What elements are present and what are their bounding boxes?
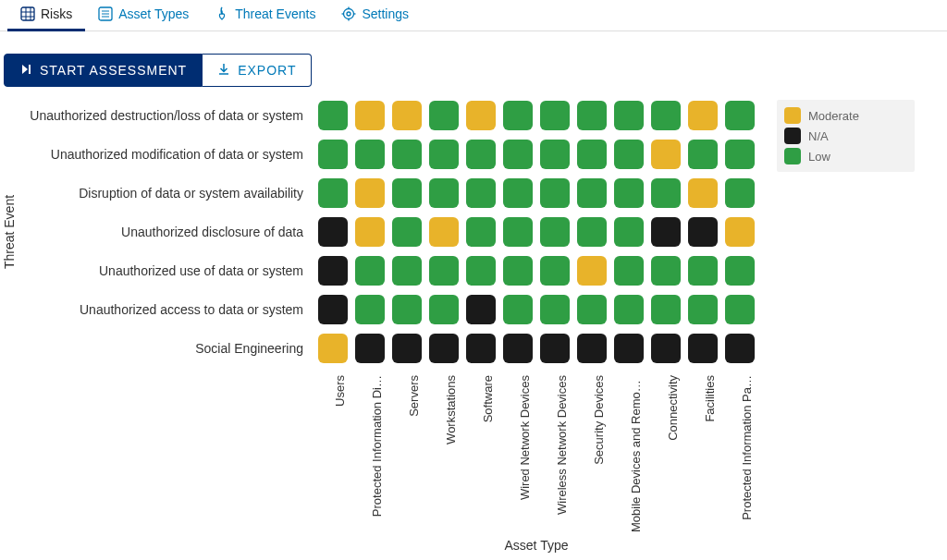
heatmap-cell[interactable] (462, 251, 499, 290)
tab-asset-types[interactable]: Asset Types (85, 0, 202, 31)
heatmap-cell[interactable] (721, 329, 758, 368)
heatmap-cell[interactable] (351, 174, 388, 213)
heatmap-cell[interactable] (536, 290, 573, 329)
heatmap-cell[interactable] (721, 135, 758, 174)
heatmap-cell[interactable] (425, 329, 462, 368)
heatmap-cell[interactable] (499, 135, 536, 174)
heatmap-cell[interactable] (351, 251, 388, 290)
heatmap-cell[interactable] (462, 135, 499, 174)
heatmap-cell[interactable] (314, 290, 351, 329)
heatmap-cell[interactable] (610, 251, 647, 290)
tab-bar: Risks Asset Types Threat Events Settings (0, 0, 947, 31)
heatmap-cell[interactable] (647, 329, 684, 368)
heatmap-cell[interactable] (425, 251, 462, 290)
heatmap-cell[interactable] (684, 135, 721, 174)
heatmap-cell[interactable] (721, 96, 758, 135)
row-label: Unauthorized destruction/loss of data or… (18, 108, 314, 123)
heatmap-cell[interactable] (536, 96, 573, 135)
heatmap-cell[interactable] (610, 96, 647, 135)
heatmap-cell[interactable] (462, 96, 499, 135)
heatmap-cell[interactable] (351, 329, 388, 368)
heatmap-cell[interactable] (536, 251, 573, 290)
heatmap-cell[interactable] (647, 174, 684, 213)
heatmap-cell[interactable] (536, 135, 573, 174)
heatmap-cell[interactable] (462, 329, 499, 368)
heatmap-cell[interactable] (721, 290, 758, 329)
heatmap-cell[interactable] (721, 251, 758, 290)
heatmap-cell[interactable] (573, 251, 610, 290)
heatmap-cell[interactable] (536, 213, 573, 251)
heatmap-cell[interactable] (536, 174, 573, 213)
heatmap-cell[interactable] (314, 213, 351, 251)
heatmap-cell[interactable] (314, 251, 351, 290)
heatmap-cell[interactable] (684, 290, 721, 329)
heatmap-cell[interactable] (684, 213, 721, 251)
heatmap-cell[interactable] (684, 251, 721, 290)
heatmap-cell[interactable] (721, 174, 758, 213)
heatmap-cell[interactable] (314, 96, 351, 135)
heatmap-cell[interactable] (647, 135, 684, 174)
heatmap-cell[interactable] (351, 213, 388, 251)
export-button[interactable]: EXPORT (203, 54, 312, 87)
heatmap-cell[interactable] (425, 290, 462, 329)
heatmap-cell[interactable] (684, 174, 721, 213)
heatmap-cell[interactable] (647, 290, 684, 329)
heatmap-cell[interactable] (573, 96, 610, 135)
heatmap-cell[interactable] (499, 96, 536, 135)
risk-swatch-na (725, 334, 755, 363)
heatmap-cell[interactable] (647, 213, 684, 251)
heatmap-cell[interactable] (388, 329, 425, 368)
heatmap-cell[interactable] (573, 329, 610, 368)
heatmap-cell[interactable] (388, 174, 425, 213)
heatmap-cell[interactable] (721, 213, 758, 251)
heatmap-cell[interactable] (610, 174, 647, 213)
heatmap-cell[interactable] (499, 213, 536, 251)
tab-settings[interactable]: Settings (328, 0, 422, 31)
heatmap-cell[interactable] (351, 135, 388, 174)
heatmap-cell[interactable] (684, 96, 721, 135)
heatmap-cell[interactable] (425, 135, 462, 174)
legend-item-low: Low (784, 146, 859, 166)
heatmap-cell[interactable] (462, 290, 499, 329)
risk-swatch-na (577, 334, 607, 363)
risk-swatch-low (651, 295, 681, 324)
heatmap-cell[interactable] (425, 213, 462, 251)
heatmap-cell[interactable] (351, 290, 388, 329)
heatmap-cell[interactable] (425, 174, 462, 213)
heatmap-cell[interactable] (610, 290, 647, 329)
heatmap-cell[interactable] (314, 135, 351, 174)
start-assessment-button[interactable]: START ASSESSMENT (4, 54, 203, 87)
column-label: Protected Information Pa… (721, 368, 758, 534)
heatmap-cell[interactable] (388, 213, 425, 251)
heatmap-cell[interactable] (610, 213, 647, 251)
heatmap-cell[interactable] (314, 174, 351, 213)
heatmap-cell[interactable] (388, 290, 425, 329)
heatmap-cell[interactable] (388, 251, 425, 290)
heatmap-cell[interactable] (462, 213, 499, 251)
heatmap-cell[interactable] (573, 135, 610, 174)
heatmap-cell[interactable] (462, 174, 499, 213)
heatmap-cell[interactable] (573, 174, 610, 213)
heatmap-cell[interactable] (499, 329, 536, 368)
heatmap-cell[interactable] (647, 251, 684, 290)
heatmap-cell[interactable] (573, 213, 610, 251)
heatmap-cell[interactable] (499, 174, 536, 213)
tab-threat-events[interactable]: Threat Events (202, 0, 328, 31)
heatmap-cell[interactable] (314, 329, 351, 368)
heatmap-cell[interactable] (388, 96, 425, 135)
risk-swatch-low (540, 217, 570, 247)
risk-swatch-moderate (355, 217, 385, 247)
heatmap-cell[interactable] (499, 251, 536, 290)
heatmap-cell[interactable] (536, 329, 573, 368)
heatmap-cell[interactable] (388, 135, 425, 174)
heatmap-cell[interactable] (610, 329, 647, 368)
heatmap-cell[interactable] (684, 329, 721, 368)
heatmap-cell[interactable] (573, 290, 610, 329)
risk-swatch-low (725, 295, 755, 324)
heatmap-cell[interactable] (351, 96, 388, 135)
tab-risks[interactable]: Risks (7, 0, 85, 31)
heatmap-cell[interactable] (499, 290, 536, 329)
heatmap-cell[interactable] (647, 96, 684, 135)
heatmap-cell[interactable] (610, 135, 647, 174)
heatmap-cell[interactable] (425, 96, 462, 135)
